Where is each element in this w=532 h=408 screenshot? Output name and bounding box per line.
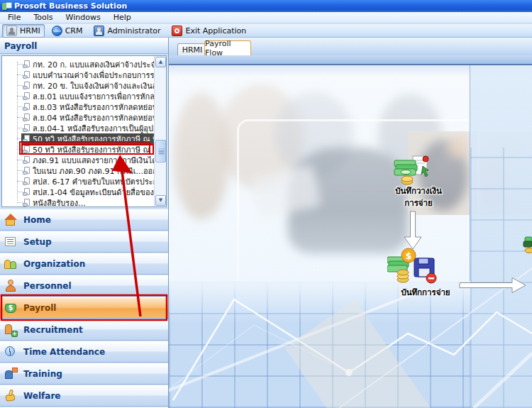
toolbar-button[interactable]: HRMI bbox=[2, 24, 45, 38]
document-hand-icon bbox=[23, 199, 31, 207]
tree-row[interactable]: ใบแนบ ภงด.90 ภงด.91 กรณีเ...ออกจา... bbox=[2, 165, 154, 176]
payroll-icon bbox=[4, 301, 18, 315]
sidebar-panel-title: Payroll bbox=[0, 38, 168, 54]
tab-payroll-flow[interactable]: Payroll Flow bbox=[204, 40, 251, 55]
personnel-icon bbox=[4, 279, 18, 293]
document-hand-icon bbox=[23, 82, 31, 90]
tree-row[interactable]: สปส.1-04 ข้อมูลทะเบียนด้วยสื่อของสำ... bbox=[2, 187, 154, 197]
nav-item[interactable]: Personnel bbox=[0, 275, 168, 297]
tree-row[interactable]: ล.ย.04 หนังสือรับรองการหักลดหย่อนค่า... bbox=[2, 112, 154, 123]
tree-row[interactable]: ภงด.91 แบบแสดงรายการภาษีเงินได้บุค... bbox=[2, 155, 154, 165]
person-mic-icon bbox=[6, 26, 17, 36]
svg-text:$: $ bbox=[405, 250, 411, 261]
nav-item[interactable]: Welfare bbox=[0, 385, 168, 407]
document-hand-icon bbox=[23, 60, 31, 69]
nav-item[interactable]: Training bbox=[0, 363, 168, 385]
exit-icon bbox=[172, 26, 182, 36]
tree-row[interactable]: 50 ทวิ หนังสือรับรองการหักภาษี ณ ที่จ่าย… bbox=[2, 144, 154, 155]
menu-item[interactable]: File bbox=[1, 12, 27, 23]
tree-row[interactable]: 50 ทวิ หนังสือรับรองการหักภาษี ณ ที่จ่าย bbox=[2, 133, 154, 144]
sidebar: Payroll กท. 20 ก. แบบแสดงเงินค่าจ้างประจ… bbox=[0, 38, 169, 408]
scroll-down-icon[interactable]: ▼ bbox=[155, 195, 166, 206]
tree-row[interactable]: ล.ย.04-1 หนังสือรับรองการเป็นผู้อุปการ..… bbox=[2, 123, 154, 133]
report-tree-panel: กท. 20 ก. แบบแสดงเงินค่าจ้างประจำปี แบบค… bbox=[1, 55, 167, 207]
organization-icon bbox=[4, 257, 18, 271]
nav-item[interactable]: Time Attendance bbox=[0, 341, 168, 363]
flow-node-payment-label: บันทึกการจ่าย bbox=[382, 287, 470, 299]
document-hand-icon bbox=[23, 188, 31, 197]
flow-node-payment-icon[interactable]: $ bbox=[387, 246, 444, 287]
tree-scrollbar[interactable]: ▲ ▼ bbox=[154, 56, 166, 206]
document-hand-icon bbox=[23, 114, 31, 122]
payroll-flow-canvas: บันทึกวางเงิน การจ่าย bbox=[169, 55, 532, 408]
tree-row[interactable]: กท. 20 ข. ใบแจ้งเงินค่าจ้างและเงินสมท... bbox=[2, 80, 154, 91]
document-hand-icon bbox=[23, 103, 31, 111]
globe-icon bbox=[52, 26, 62, 36]
home-icon bbox=[4, 213, 18, 227]
menu-item[interactable]: Windows bbox=[60, 12, 107, 23]
time-attendance-icon bbox=[4, 345, 18, 359]
menu-bar: File Tools Windows Help bbox=[0, 12, 532, 23]
flow-node-deposit-icon[interactable] bbox=[393, 155, 433, 188]
document-hand-icon bbox=[23, 124, 31, 133]
tree-row[interactable]: หนังสือรับรอง... bbox=[2, 197, 154, 207]
welfare-icon bbox=[4, 389, 18, 403]
window-title: Prosoft Business Solution bbox=[14, 1, 127, 11]
tree-row[interactable]: ล.ย.03 หนังสือรับรองการหักลดหย่อนค่า... bbox=[2, 101, 154, 112]
sidebar-nav: Home Setup Organization Personnel Payrol… bbox=[0, 209, 168, 408]
recruitment-icon bbox=[4, 323, 18, 337]
tree-row[interactable]: ล.ย.01 แบบแจ้งรายการเพื่อการหักลดหย่... bbox=[2, 91, 154, 101]
toolbar-button[interactable]: Exit Application bbox=[167, 24, 250, 38]
nav-item[interactable]: Setup bbox=[0, 231, 168, 253]
tree-row[interactable]: แบบคำนวณค่าจ้างเพื่อประกอบการรายงา... bbox=[2, 70, 154, 80]
document-hand-icon bbox=[23, 177, 31, 186]
document-hand-icon bbox=[23, 156, 31, 165]
flow-node-deposit-label: บันทึกวางเงิน การจ่าย bbox=[379, 185, 458, 209]
document-hand-icon bbox=[23, 135, 31, 143]
main-panel: HRMI Payroll Flow bbox=[169, 38, 532, 408]
document-hand-icon bbox=[23, 71, 31, 79]
toolbar-button[interactable]: Administrator bbox=[89, 24, 165, 38]
nav-item[interactable]: Organization bbox=[0, 253, 168, 275]
nav-item[interactable]: Payroll bbox=[0, 297, 168, 319]
scrollbar-thumb[interactable] bbox=[155, 140, 166, 162]
setup-icon bbox=[4, 235, 18, 249]
flow-node-partial-icon bbox=[522, 236, 532, 256]
title-bar: Prosoft Business Solution bbox=[0, 0, 532, 12]
app-logo-icon bbox=[2, 2, 11, 11]
training-icon bbox=[4, 367, 18, 381]
tree-row[interactable]: สปส. 6-17 คำขอรับใบแทนบัตรประกันสั... bbox=[2, 176, 154, 187]
menu-item[interactable]: Help bbox=[107, 12, 138, 23]
tree-rows: กท. 20 ก. แบบแสดงเงินค่าจ้างประจำปี แบบค… bbox=[2, 59, 154, 207]
menu-item[interactable]: Tools bbox=[27, 12, 59, 23]
toolbar: HRMI CRM Administrator Exit Application bbox=[0, 24, 532, 38]
document-hand-icon bbox=[23, 145, 31, 154]
document-hand-icon bbox=[23, 167, 31, 175]
tree-row[interactable]: กท. 20 ก. แบบแสดงเงินค่าจ้างประจำปี bbox=[2, 59, 154, 70]
toolbar-button[interactable]: CRM bbox=[48, 24, 87, 38]
nav-item[interactable]: Recruitment bbox=[0, 319, 168, 341]
document-hand-icon bbox=[23, 92, 31, 101]
admin-user-icon bbox=[94, 26, 104, 36]
tab-strip: HRMI Payroll Flow bbox=[169, 38, 532, 55]
scroll-up-icon[interactable]: ▲ bbox=[155, 57, 166, 67]
tab-hrmi[interactable]: HRMI bbox=[177, 43, 207, 55]
nav-item[interactable]: Home bbox=[0, 209, 168, 231]
